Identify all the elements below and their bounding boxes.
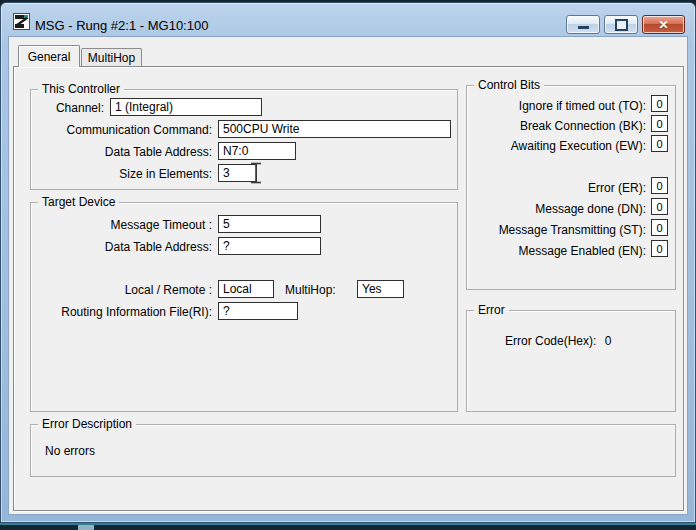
maximize-button[interactable]: [604, 15, 638, 34]
bit-ew-label: Awaiting Execution (EW):: [470, 137, 646, 155]
close-icon: ✕: [658, 19, 668, 31]
group-this-controller-legend: This Controller: [38, 82, 124, 96]
channel-label: Channel:: [30, 99, 104, 117]
target-data-table-address-label: Data Table Address:: [30, 238, 212, 256]
message-timeout-label: Message Timeout :: [30, 216, 212, 234]
multihop-label: MultiHop:: [285, 281, 345, 299]
error-code-value: 0: [605, 334, 612, 348]
size-in-elements-label: Size in Elements:: [30, 165, 212, 183]
msg-instruction-icon: [13, 13, 30, 30]
bit-en-label: Message Enabled (EN):: [470, 242, 646, 260]
target-data-table-address-field[interactable]: ?: [218, 237, 321, 255]
bit-er-box[interactable]: 0: [651, 177, 668, 194]
close-button[interactable]: ✕: [642, 15, 685, 34]
message-timeout-field[interactable]: 5: [218, 215, 321, 233]
group-error-legend: Error: [474, 303, 509, 317]
bit-er-label: Error (ER):: [470, 179, 646, 197]
tab-general-label: General: [28, 50, 71, 64]
error-code-label: Error Code(Hex):: [505, 334, 596, 348]
routing-file-field[interactable]: ?: [218, 302, 298, 320]
text-cursor-pointer: [249, 161, 263, 185]
error-description-text: No errors: [45, 442, 245, 460]
channel-field[interactable]: 1 (Integral): [110, 98, 262, 116]
bit-st-box[interactable]: 0: [651, 219, 668, 236]
group-error: Error: [466, 310, 676, 412]
data-table-address-field[interactable]: N7:0: [218, 142, 296, 160]
local-remote-field[interactable]: Local: [218, 280, 274, 298]
minimize-button[interactable]: [566, 15, 600, 34]
window-title: MSG - Rung #2:1 - MG10:100: [35, 18, 208, 33]
bit-bk-box[interactable]: 0: [651, 115, 668, 132]
bit-st-label: Message Transmitting (ST):: [470, 221, 646, 239]
tab-general[interactable]: General: [18, 45, 80, 67]
bit-bk-label: Break Connection (BK):: [470, 117, 646, 135]
bit-dn-label: Message done (DN):: [470, 200, 646, 218]
data-table-address-label: Data Table Address:: [30, 143, 212, 161]
bit-to-label: Ignore if timed out (TO):: [470, 97, 646, 115]
screen: { "icons": { "close_glyph": "✕" }, "wind…: [0, 0, 696, 530]
minimize-icon: [578, 26, 589, 29]
group-target-device-legend: Target Device: [38, 195, 119, 209]
maximize-icon: [615, 19, 628, 31]
multihop-field[interactable]: Yes: [357, 280, 404, 298]
bit-dn-box[interactable]: 0: [651, 198, 668, 215]
tab-multihop-label: MultiHop: [88, 51, 135, 65]
group-error-description-legend: Error Description: [38, 417, 136, 431]
background-app-tab: [78, 525, 94, 530]
local-remote-label: Local / Remote :: [30, 281, 212, 299]
comm-command-field[interactable]: 500CPU Write: [218, 120, 451, 138]
background-app-strip: [0, 523, 696, 530]
error-code-row: Error Code(Hex): 0: [505, 332, 665, 350]
comm-command-label: Communication Command:: [30, 121, 212, 139]
routing-file-label: Routing Information File(RI):: [30, 303, 212, 321]
bit-ew-box[interactable]: 0: [651, 135, 668, 152]
bit-to-box[interactable]: 0: [651, 95, 668, 112]
tab-multihop[interactable]: MultiHop: [81, 48, 142, 67]
group-control-bits-legend: Control Bits: [474, 78, 544, 92]
bit-en-box[interactable]: 0: [651, 240, 668, 257]
